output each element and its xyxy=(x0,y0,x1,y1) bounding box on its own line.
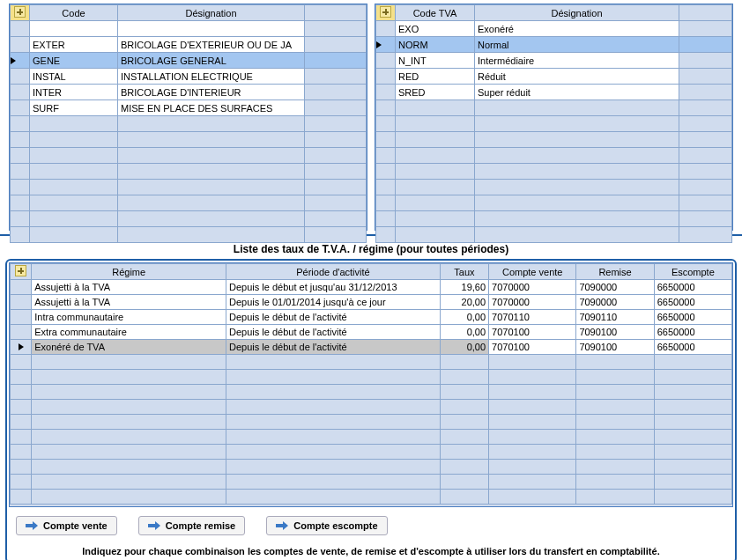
table-row[interactable] xyxy=(11,21,367,37)
cell-code[interactable]: EXTER xyxy=(30,37,118,53)
table-row[interactable]: Exonéré de TVADepuis le début de l'activ… xyxy=(11,340,732,355)
cell-designation[interactable]: BRICOLAGE D'EXTERIEUR OU DE JA xyxy=(118,37,305,53)
row-header[interactable] xyxy=(11,295,32,310)
table-row[interactable]: EXOExonéré xyxy=(376,21,732,37)
cell-regime[interactable]: Exonéré de TVA xyxy=(32,340,226,355)
cell-code-tva[interactable]: EXO xyxy=(396,21,475,37)
cell-designation[interactable]: INSTALLATION ELECTRIQUE xyxy=(118,69,305,85)
table-row[interactable] xyxy=(376,211,732,227)
cell-designation[interactable]: BRICOLAGE GENERAL xyxy=(118,53,305,69)
cell-remise[interactable]: 7090000 xyxy=(576,280,654,295)
cell-designation[interactable]: Super réduit xyxy=(475,85,679,100)
cell-code-tva[interactable]: N_INT xyxy=(396,53,475,69)
cell-taux[interactable]: 0,00 xyxy=(440,325,488,340)
row-header[interactable] xyxy=(11,21,30,37)
cell-taux[interactable]: 0,00 xyxy=(440,340,488,355)
row-header[interactable] xyxy=(376,69,396,85)
table-row[interactable] xyxy=(376,180,732,195)
table-row[interactable] xyxy=(11,116,367,132)
row-header[interactable] xyxy=(11,85,30,100)
table-row[interactable] xyxy=(11,148,367,164)
cell-taux[interactable]: 0,00 xyxy=(440,310,488,325)
add-row-button[interactable] xyxy=(376,5,396,21)
col-header-periode[interactable]: Période d'activité xyxy=(226,264,441,280)
col-header-code[interactable]: Code xyxy=(30,5,118,21)
table-row[interactable] xyxy=(11,195,367,211)
cell-escompte[interactable]: 6650000 xyxy=(654,280,731,295)
cell-taux[interactable]: 20,00 xyxy=(440,295,488,310)
table-row[interactable] xyxy=(376,195,732,211)
cell-designation[interactable]: MISE EN PLACE DES SURFACES xyxy=(118,100,305,116)
cell-regime[interactable]: Assujetti à la TVA xyxy=(32,295,226,310)
row-header[interactable] xyxy=(376,53,396,69)
tva-code-grid[interactable]: Code TVA Désignation EXOExonéréNORMNorma… xyxy=(375,4,732,243)
table-row[interactable] xyxy=(11,400,732,415)
cell-compte-vente[interactable]: 7070000 xyxy=(489,295,576,310)
cell-code[interactable]: INTER xyxy=(30,85,118,100)
compte-vente-button[interactable]: Compte vente xyxy=(16,516,117,535)
table-row[interactable] xyxy=(11,475,732,490)
row-header[interactable] xyxy=(11,280,32,295)
table-row[interactable] xyxy=(376,148,732,164)
cell-code[interactable]: INSTAL xyxy=(30,69,118,85)
cell-compte-vente[interactable]: 7070000 xyxy=(489,280,576,295)
table-row[interactable] xyxy=(11,415,732,430)
table-row[interactable]: N_INTIntermédiaire xyxy=(376,53,732,69)
table-row[interactable]: INTERBRICOLAGE D'INTERIEUR xyxy=(11,85,367,100)
cell-periode[interactable]: Depuis le début et jusqu'au 31/12/2013 xyxy=(226,280,441,295)
cell-periode[interactable]: Depuis le début de l'activité xyxy=(226,325,441,340)
cell-code-tva[interactable]: RED xyxy=(396,69,475,85)
cell-remise[interactable]: 7090110 xyxy=(576,310,654,325)
cell-escompte[interactable]: 6650000 xyxy=(654,310,731,325)
cell-code[interactable]: SURF xyxy=(30,100,118,116)
cell-periode[interactable]: Depuis le 01/01/2014 jusqu'à ce jour xyxy=(226,295,441,310)
cell-taux[interactable]: 19,60 xyxy=(440,280,488,295)
table-row[interactable] xyxy=(11,164,367,180)
cell-escompte[interactable]: 6650000 xyxy=(654,340,731,355)
cell-designation[interactable]: Normal xyxy=(475,37,679,53)
table-row[interactable] xyxy=(11,370,732,385)
cell-remise[interactable]: 7090100 xyxy=(576,325,654,340)
table-row[interactable] xyxy=(11,211,367,227)
add-row-button[interactable] xyxy=(11,264,32,280)
cell-designation[interactable]: Intermédiaire xyxy=(475,53,679,69)
row-header[interactable] xyxy=(376,85,396,100)
cell-designation[interactable]: Exonéré xyxy=(475,21,679,37)
table-row[interactable] xyxy=(376,164,732,180)
cell-regime[interactable]: Assujetti à la TVA xyxy=(32,280,226,295)
table-row[interactable] xyxy=(376,100,732,116)
table-row[interactable] xyxy=(376,116,732,132)
cell-designation[interactable]: BRICOLAGE D'INTERIEUR xyxy=(118,85,305,100)
cell-designation[interactable] xyxy=(118,21,305,37)
table-row[interactable]: SREDSuper réduit xyxy=(376,85,732,100)
col-header-code-tva[interactable]: Code TVA xyxy=(396,5,475,21)
table-row[interactable] xyxy=(376,132,732,148)
cell-code[interactable] xyxy=(30,21,118,37)
table-row[interactable]: GENEBRICOLAGE GENERAL xyxy=(11,53,367,69)
col-header-regime[interactable]: Régime xyxy=(32,264,226,280)
table-row[interactable] xyxy=(11,180,367,195)
table-row[interactable]: Intra communautaireDepuis le début de l'… xyxy=(11,310,732,325)
table-row[interactable] xyxy=(11,430,732,445)
row-header[interactable] xyxy=(11,53,30,69)
cell-designation[interactable]: Réduit xyxy=(475,69,679,85)
table-row[interactable] xyxy=(11,385,732,400)
row-header[interactable] xyxy=(11,100,30,116)
col-header-escompte[interactable]: Escompte xyxy=(654,264,731,280)
col-header-designation[interactable]: Désignation xyxy=(475,5,679,21)
add-row-button[interactable] xyxy=(11,5,30,21)
cell-code-tva[interactable]: SRED xyxy=(396,85,475,100)
table-row[interactable] xyxy=(11,460,732,475)
cell-escompte[interactable]: 6650000 xyxy=(654,325,731,340)
col-header-remise[interactable]: Remise xyxy=(576,264,654,280)
cell-regime[interactable]: Extra communautaire xyxy=(32,325,226,340)
col-header-compte-vente[interactable]: Compte vente xyxy=(489,264,576,280)
table-row[interactable] xyxy=(376,227,732,243)
row-header[interactable] xyxy=(11,325,32,340)
cell-regime[interactable]: Intra communautaire xyxy=(32,310,226,325)
tva-regime-grid[interactable]: Régime Période d'activité Taux Compte ve… xyxy=(10,263,732,505)
row-header[interactable] xyxy=(376,21,396,37)
row-header[interactable] xyxy=(11,340,32,355)
cell-compte-vente[interactable]: 7070110 xyxy=(489,310,576,325)
col-header-taux[interactable]: Taux xyxy=(440,264,488,280)
